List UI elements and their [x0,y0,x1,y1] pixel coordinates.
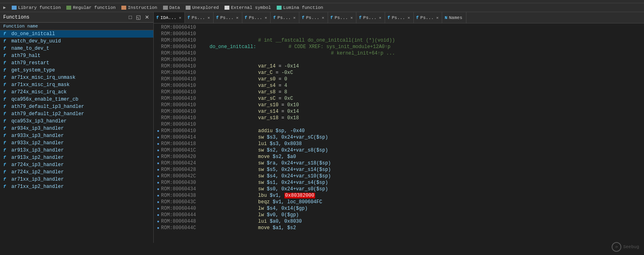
close-panel-button[interactable]: ✕ [144,14,150,20]
function-list-item[interactable]: far913x_ip2_handler [0,154,153,161]
disasm-tab[interactable]: fPs...✕ [328,12,357,23]
address-label: ROM:80060410 [161,89,210,95]
function-list-item[interactable]: fqca956x_enable_timer_cb [0,96,153,103]
address-label: ROM:80060410 [161,83,210,89]
disasm-tab[interactable]: NNames [442,12,466,23]
tab-close-button[interactable]: ✕ [178,15,182,21]
breakpoint-indicator[interactable]: ● [155,129,161,133]
breakpoint-indicator[interactable]: ● [155,174,161,179]
function-list-item[interactable]: far724x_ip2_handler [0,169,153,176]
operand: $s5, 0x24+var_s14($sp) [267,167,331,173]
disassembly-content[interactable]: ROM:80060410ROM:80060410ROM:80060410# in… [154,23,644,243]
watermark-icon: ⟳ [612,242,621,252]
address-label: ROM:8006044C [161,225,210,231]
function-list-item[interactable]: far913x_ip3_handler [0,147,153,154]
function-icon: f [3,104,9,109]
tab-close-button[interactable]: ✕ [321,15,325,21]
function-list-item[interactable]: fname_to_dev_t [0,45,153,52]
disasm-tab[interactable]: fIDA...✕ [154,12,185,23]
functions-title: Functions [3,15,30,20]
var-value: 0 [284,76,287,82]
var-name: var_C [258,70,273,76]
function-column-header: Function name [0,23,153,30]
breakpoint-indicator[interactable]: ● [155,226,161,230]
breakpoint-indicator[interactable]: ● [155,148,161,153]
breakpoint-indicator[interactable]: ● [155,135,161,140]
maximize-button[interactable]: ◱ [135,14,142,20]
asm-line: ROM:80060410 [154,121,644,128]
disasm-tab[interactable]: fPs...✕ [242,12,271,23]
function-list-item[interactable]: far934x_ip3_handler [0,125,153,132]
breakpoint-indicator[interactable]: ● [155,168,161,172]
function-list-item[interactable]: fdo_one_initcall [0,30,153,38]
tab-label: Ps... [420,15,434,20]
function-list-item[interactable]: fqca953x_ip3_handler [0,118,153,125]
function-list-item[interactable]: fmatch_dev_by_uuid [0,38,153,45]
breakpoint-indicator[interactable]: ● [155,194,161,198]
function-list-item[interactable]: fath79_default_ip3_handler [0,103,153,110]
function-icon: f [3,112,9,116]
tab-close-button[interactable]: ✕ [435,15,439,21]
function-list-item[interactable]: fath79_halt [0,52,153,59]
disasm-tab[interactable]: fPs...✕ [299,12,328,23]
function-list-item[interactable]: far71xx_misc_irq_mask [0,81,153,89]
function-list-item[interactable]: far933x_ip3_handler [0,132,153,139]
legend-color-box [163,6,168,10]
breakpoint-indicator[interactable]: ● [155,213,161,217]
legend-item-label: Library function [18,5,61,10]
function-list-item[interactable]: far71xx_ip3_handler [0,176,153,183]
asm-line: ROM:80060410var_s8 = 8 [154,89,644,95]
minimize-button[interactable]: □ [128,14,133,20]
function-list-item[interactable]: far933x_ip2_handler [0,139,153,147]
operand: $s1, 0x24+var_s4($sp) [267,180,328,185]
breakpoint-indicator[interactable]: ● [155,200,161,204]
disasm-tab[interactable]: fPs...✕ [271,12,299,23]
functions-list[interactable]: fdo_one_initcallfmatch_dev_by_uuidfname_… [0,30,153,243]
main-layout: Functions □ ◱ ✕ Function name fdo_one_in… [0,12,644,243]
asm-line: ●ROM:80060424sw $ra, 0x24+var_s18($sp) [154,160,644,166]
tab-close-button[interactable]: ✕ [407,15,411,21]
function-name-label: ar724x_ip3_handler [11,162,64,168]
breakpoint-indicator[interactable]: ● [155,181,161,185]
breakpoint-indicator[interactable]: ● [155,187,161,192]
address-label: ROM:80060430 [161,180,210,185]
disasm-tab[interactable]: fPs...✕ [385,12,414,23]
function-name-label: ar913x_ip3_handler [11,148,64,153]
breakpoint-indicator[interactable]: ● [155,161,161,166]
tab-icon: f [330,15,333,20]
breakpoint-indicator[interactable]: ● [155,142,161,146]
address-label: ROM:80060410 [161,115,210,121]
var-name: var_s0 [258,76,275,82]
function-list-item[interactable]: far724x_ip3_handler [0,161,153,169]
breakpoint-indicator[interactable]: ● [155,155,161,159]
mnemonic: beqz [258,199,273,205]
xref-comment: # CODE XREF: sys_init_module+12A0↑p [256,44,390,50]
tab-icon: f [273,15,276,20]
function-list-item[interactable]: far71xx_ip2_handler [0,183,153,190]
tab-close-button[interactable]: ✕ [264,15,268,21]
function-list-item[interactable]: fath79_default_ip2_handler [0,110,153,118]
tab-close-button[interactable]: ✕ [235,15,239,21]
function-name-label: ar913x_ip2_handler [11,155,64,160]
mnemonic: lw [258,206,267,211]
breakpoint-indicator[interactable]: ● [155,219,161,224]
var-name: var_s14 [258,109,278,114]
disasm-tab[interactable]: fPs...✕ [185,12,214,23]
function-list-item[interactable]: fath79_restart [0,59,153,67]
tab-close-button[interactable]: ✕ [207,15,211,21]
function-list-item[interactable]: fget_system_type [0,67,153,74]
operand: $s4, 0x14($gp) [267,206,308,211]
disasm-tab[interactable]: fPs...✕ [214,12,242,23]
tab-close-button[interactable]: ✕ [292,15,297,21]
legend-color-box [121,6,126,10]
legend-item: External symbol [225,5,271,10]
disasm-tab[interactable]: fPs...✕ [414,12,443,23]
function-list-item[interactable]: far71xx_misc_irq_unmask [0,74,153,81]
breakpoint-indicator[interactable]: ● [155,207,161,211]
var-value: 0x18 [287,115,299,121]
disasm-tab[interactable]: fPs...✕ [356,12,385,23]
tab-close-button[interactable]: ✕ [350,15,354,21]
function-list-item[interactable]: far724x_misc_irq_ack [0,89,153,96]
function-name-label: ar724x_misc_irq_ack [11,89,67,95]
tab-close-button[interactable]: ✕ [378,15,382,21]
